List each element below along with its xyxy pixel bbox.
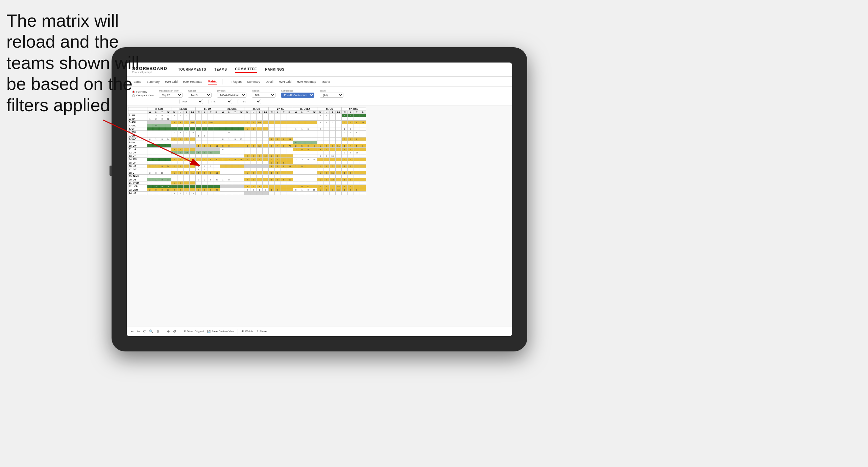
cell-6-2-3	[214, 134, 220, 138]
undo-icon[interactable]: ↩	[131, 329, 134, 333]
sub-nav-players[interactable]: Players	[232, 79, 242, 84]
divider-1	[180, 329, 180, 334]
refresh-icon[interactable]: ↺	[143, 329, 146, 333]
sub-nav-h2h-grid[interactable]: H2H Grid	[165, 79, 178, 84]
cell-22-6-1: 1	[299, 188, 305, 192]
cell-1-8-3	[360, 117, 366, 121]
cell-2-4-0: 2	[244, 121, 250, 124]
cell-23-3-0	[220, 192, 226, 195]
team-filter: Team (All)	[320, 90, 343, 98]
cell-21-6-3	[311, 185, 317, 188]
conference-select[interactable]: Pac-12 Conference	[281, 93, 314, 98]
cell-4-0-0	[147, 127, 153, 131]
matrix-container[interactable]: 3. ASU 10. UW 11. UA 22. UCB 24. UO 27. …	[127, 106, 512, 326]
share-btn[interactable]: ↗ Share	[256, 330, 267, 333]
division-select[interactable]: NCAA Division I	[217, 93, 246, 98]
cell-5-7-2	[330, 131, 336, 134]
cell-8-6-3	[311, 141, 317, 144]
cell-9-8-2: 5	[354, 144, 360, 148]
nav-tournaments[interactable]: TOURNAMENTS	[178, 66, 206, 73]
cell-13-0-1	[153, 158, 159, 161]
sub-nav-matrix[interactable]: Matrix	[208, 79, 217, 84]
cell-15-6-0: 1	[293, 165, 299, 168]
cell-6-8-3	[360, 134, 366, 138]
cell-10-8-1: 0	[348, 148, 354, 151]
main-content: Full View Compact View Max teams in view…	[127, 87, 512, 326]
zoom-out-icon[interactable]: ⊖	[156, 329, 159, 333]
cell-6-6-3	[311, 134, 317, 138]
table-row: 23. UNM2002120200250010100101816035160	[128, 188, 366, 192]
cell-1-4-3	[263, 117, 269, 121]
sub-nav-p-matrix[interactable]: Matrix	[321, 79, 330, 84]
save-custom-btn[interactable]: 💾 Save Custom View	[207, 330, 234, 333]
redo-icon[interactable]: ↪	[137, 329, 140, 333]
cell-12-7-3	[336, 154, 342, 158]
cell-20-7-0	[317, 181, 323, 185]
cell-5-4-0	[244, 131, 250, 134]
cell-15-7-1: 1	[323, 165, 330, 168]
cell-8-7-3	[336, 141, 342, 144]
cell-21-2-1	[202, 185, 208, 188]
cell-13-3-0: 1	[220, 158, 226, 161]
cell-9-0-3	[165, 144, 171, 148]
max-teams-filter: Max teams in view Top 25	[159, 90, 183, 98]
sub-nav-p-h2h-grid[interactable]: H2H Grid	[279, 79, 292, 84]
conf-all-select[interactable]: (All)	[209, 99, 232, 104]
cell-1-4-2	[257, 117, 263, 121]
team-select[interactable]: (All)	[320, 93, 343, 98]
cell-10-4-1	[250, 148, 257, 151]
timer-icon[interactable]: ⏱	[173, 329, 176, 333]
cell-17-0-1: 0	[153, 171, 159, 175]
col-header-uo: 24. UO	[244, 107, 269, 111]
nav-rankings[interactable]: RANKINGS	[265, 66, 284, 73]
cell-17-8-3	[360, 171, 366, 175]
sub-nav-p-summary[interactable]: Summary	[247, 79, 260, 84]
watch-btn[interactable]: 👁 Watch	[241, 330, 252, 333]
cell-9-8-1: 4	[348, 144, 354, 148]
team-all-select[interactable]: (All)	[238, 99, 261, 104]
view-original-btn[interactable]: 👁 View: Original	[184, 330, 204, 333]
cell-18-5-3	[287, 175, 293, 178]
zoom-in-icon[interactable]: ⊕	[167, 329, 170, 333]
cell-7-7-0	[317, 138, 323, 141]
col-dif-8: Dif	[336, 111, 342, 114]
cell-1-2-2	[208, 117, 214, 121]
region-select[interactable]: N/A	[252, 93, 275, 98]
cell-20-3-0	[220, 181, 226, 185]
cell-16-0-2	[159, 168, 165, 171]
sub-nav-p-detail[interactable]: Detail	[266, 79, 273, 84]
cell-20-8-3	[360, 181, 366, 185]
table-row: 9. UA01	[128, 141, 366, 144]
cell-17-7-2: 13	[330, 171, 336, 175]
cell-16-1-1	[177, 168, 184, 171]
region-select-2[interactable]: N/A	[179, 99, 203, 104]
nav-committee[interactable]: COMMITTEE	[235, 66, 257, 73]
cell-20-2-2	[208, 181, 214, 185]
search-icon[interactable]: 🔍	[149, 329, 153, 333]
cell-3-7-3	[336, 124, 342, 127]
cell-0-5-1	[275, 114, 281, 117]
cell-6-5-0	[269, 134, 275, 138]
cell-5-6-3	[311, 131, 317, 134]
cell-22-0-2: 0	[159, 188, 165, 192]
cell-7-1-3	[190, 138, 196, 141]
cell-15-1-0: 1	[171, 165, 177, 168]
sub-nav-h2h-heatmap[interactable]: H2H Heatmap	[183, 79, 202, 84]
cell-21-4-0: 0	[244, 185, 250, 188]
cell-3-1-3	[190, 124, 196, 127]
cell-12-6-3	[311, 154, 317, 158]
cell-18-1-1	[177, 175, 184, 178]
gender-select[interactable]: Men's	[188, 93, 212, 98]
cell-14-2-3	[214, 161, 220, 165]
cell-10-3-3	[238, 148, 244, 151]
sub-nav-p-h2h-heatmap[interactable]: H2H Heatmap	[297, 79, 316, 84]
cell-20-3-1	[226, 181, 232, 185]
cell-19-8-3	[360, 178, 366, 181]
col-w-2: W	[171, 111, 177, 114]
cell-6-6-2	[305, 134, 311, 138]
cell-9-8-3: 1	[360, 144, 366, 148]
max-teams-select[interactable]: Top 25	[159, 93, 183, 98]
row-label-7: 8. UAF	[128, 138, 147, 141]
row-label-1: 2. VU	[128, 117, 147, 121]
nav-teams[interactable]: TEAMS	[214, 66, 227, 73]
